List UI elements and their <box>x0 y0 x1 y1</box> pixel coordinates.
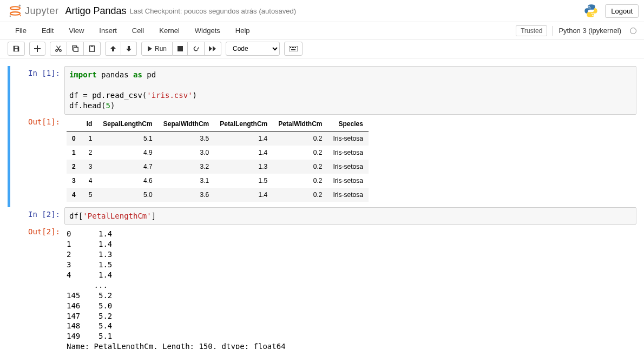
cut-button[interactable] <box>50 42 67 56</box>
input-prompt: In [2]: <box>10 207 64 225</box>
output-prompt: Out[1]: <box>10 115 64 204</box>
divider <box>553 26 553 36</box>
menu-view[interactable]: View <box>61 23 91 38</box>
celltype-select[interactable]: Code <box>226 42 280 56</box>
text-output: 0 1.4 1 1.4 2 1.3 3 1.5 4 1.4 ... 145 5.… <box>67 227 636 349</box>
table-row: 124.93.01.40.2Iris-setosa <box>67 146 369 160</box>
code-cell[interactable]: In [2]: df['PetalLengthCm'] Out[2]: 0 1.… <box>10 207 636 349</box>
svg-point-3 <box>10 15 11 17</box>
menu-insert[interactable]: Insert <box>91 23 124 38</box>
paste-button[interactable] <box>84 42 101 56</box>
move-down-button[interactable] <box>121 42 137 56</box>
svg-point-5 <box>589 6 590 7</box>
svg-rect-10 <box>91 45 93 47</box>
svg-point-6 <box>593 15 594 16</box>
jupyter-icon <box>8 3 23 18</box>
jupyter-logo-text: Jupyter <box>25 5 59 17</box>
restart-icon <box>192 45 200 52</box>
svg-rect-17 <box>291 49 295 50</box>
plus-icon <box>34 45 41 52</box>
menu-cell[interactable]: Cell <box>124 23 152 38</box>
toolbar: Run Code <box>0 39 644 58</box>
header: Jupyter Artigo Pandas Last Checkpoint: p… <box>0 0 644 22</box>
paste-icon <box>88 45 96 52</box>
keyboard-icon <box>289 46 298 51</box>
svg-rect-12 <box>289 46 298 51</box>
menu-widgets[interactable]: Widgets <box>187 23 228 38</box>
svg-rect-11 <box>178 46 183 51</box>
menu-edit[interactable]: Edit <box>34 23 61 38</box>
dataframe-output: IdSepalLengthCmSepalWidthCmPetalLengthCm… <box>67 117 369 202</box>
code-cell[interactable]: In [1]: import pandas as pd df = pd.read… <box>8 66 636 207</box>
svg-point-2 <box>19 4 21 6</box>
stop-icon <box>178 46 183 51</box>
table-row: 015.13.51.40.2Iris-setosa <box>67 131 369 146</box>
svg-rect-14 <box>292 47 293 48</box>
table-row: 344.63.11.50.2Iris-setosa <box>67 174 369 188</box>
add-cell-button[interactable] <box>29 42 45 56</box>
svg-point-0 <box>10 6 20 10</box>
copy-icon <box>71 45 79 52</box>
table-header: SepalLengthCm <box>97 117 157 131</box>
copy-button[interactable] <box>67 42 84 56</box>
interrupt-button[interactable] <box>173 42 188 56</box>
logout-button[interactable]: Logout <box>605 4 639 18</box>
command-palette-button[interactable] <box>284 42 303 56</box>
menu-kernel[interactable]: Kernel <box>152 23 187 38</box>
trusted-indicator[interactable]: Trusted <box>516 25 547 36</box>
table-row: 234.73.21.30.2Iris-setosa <box>67 160 369 174</box>
output-prompt: Out[2]: <box>10 225 64 349</box>
table-header: Species <box>328 117 369 131</box>
jupyter-logo[interactable]: Jupyter <box>8 3 59 18</box>
move-up-button[interactable] <box>105 42 121 56</box>
table-header <box>67 117 81 131</box>
arrow-up-icon <box>110 45 116 52</box>
restart-button[interactable] <box>188 42 205 56</box>
svg-rect-8 <box>74 47 78 51</box>
svg-point-4 <box>20 15 21 16</box>
code-input[interactable]: import pandas as pd df = pd.read_csv('ir… <box>64 66 636 115</box>
menubar: File Edit View Insert Cell Kernel Widget… <box>0 22 644 39</box>
svg-point-1 <box>10 12 20 15</box>
input-prompt: In [1]: <box>10 66 64 115</box>
save-icon <box>12 45 20 52</box>
run-button[interactable]: Run <box>141 42 173 56</box>
save-button[interactable] <box>8 42 25 56</box>
table-header: SepalWidthCm <box>158 117 215 131</box>
table-row: 455.03.61.40.2Iris-setosa <box>67 188 369 202</box>
restart-run-all-button[interactable] <box>205 42 221 56</box>
notebook-container: In [1]: import pandas as pd df = pd.read… <box>0 58 644 349</box>
fast-forward-icon <box>209 46 216 51</box>
kernel-name[interactable]: Python 3 (ipykernel) <box>558 27 621 35</box>
table-header: PetalWidthCm <box>273 117 327 131</box>
svg-rect-16 <box>295 47 296 48</box>
table-header: Id <box>81 117 98 131</box>
kernel-status-icon <box>630 28 636 34</box>
python-icon <box>583 3 599 18</box>
cut-icon <box>55 45 62 52</box>
notebook-name[interactable]: Artigo Pandas <box>65 5 127 17</box>
menu-file[interactable]: File <box>8 23 34 38</box>
table-header: PetalLengthCm <box>214 117 273 131</box>
run-label: Run <box>155 45 167 52</box>
code-input[interactable]: df['PetalLengthCm'] <box>64 207 636 225</box>
menu-help[interactable]: Help <box>228 23 258 38</box>
svg-rect-13 <box>290 47 291 48</box>
svg-rect-15 <box>293 47 294 48</box>
checkpoint-status: Last Checkpoint: poucos segundos atrás <box>130 7 257 15</box>
play-icon <box>147 46 153 51</box>
arrow-down-icon <box>126 45 132 52</box>
autosave-status: (autosaved) <box>259 7 296 15</box>
